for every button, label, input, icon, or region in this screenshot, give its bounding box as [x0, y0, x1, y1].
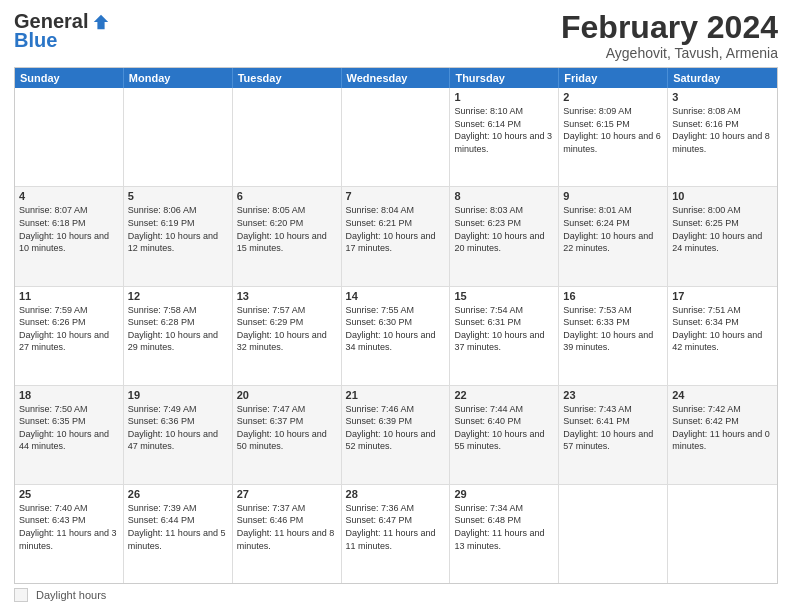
- day-number: 12: [128, 290, 228, 302]
- day-info: Sunrise: 7:39 AM Sunset: 6:44 PM Dayligh…: [128, 502, 228, 552]
- calendar-cell: [15, 88, 124, 186]
- day-info: Sunrise: 7:44 AM Sunset: 6:40 PM Dayligh…: [454, 403, 554, 453]
- logo-blue-text: Blue: [14, 29, 57, 52]
- calendar-header-cell: Tuesday: [233, 68, 342, 88]
- day-info: Sunrise: 7:54 AM Sunset: 6:31 PM Dayligh…: [454, 304, 554, 354]
- calendar-body: 1Sunrise: 8:10 AM Sunset: 6:14 PM Daylig…: [15, 88, 777, 583]
- day-number: 27: [237, 488, 337, 500]
- calendar-cell: 19Sunrise: 7:49 AM Sunset: 6:36 PM Dayli…: [124, 386, 233, 484]
- legend-box: [14, 588, 28, 602]
- day-info: Sunrise: 8:01 AM Sunset: 6:24 PM Dayligh…: [563, 204, 663, 254]
- calendar-cell: 14Sunrise: 7:55 AM Sunset: 6:30 PM Dayli…: [342, 287, 451, 385]
- calendar-row: 1Sunrise: 8:10 AM Sunset: 6:14 PM Daylig…: [15, 88, 777, 187]
- svg-marker-0: [94, 14, 108, 28]
- calendar-cell: 16Sunrise: 7:53 AM Sunset: 6:33 PM Dayli…: [559, 287, 668, 385]
- calendar-cell: [124, 88, 233, 186]
- calendar-header-cell: Wednesday: [342, 68, 451, 88]
- day-number: 18: [19, 389, 119, 401]
- calendar-cell: 25Sunrise: 7:40 AM Sunset: 6:43 PM Dayli…: [15, 485, 124, 583]
- day-number: 9: [563, 190, 663, 202]
- day-info: Sunrise: 7:51 AM Sunset: 6:34 PM Dayligh…: [672, 304, 773, 354]
- calendar-cell: 11Sunrise: 7:59 AM Sunset: 6:26 PM Dayli…: [15, 287, 124, 385]
- logo: General Blue: [14, 10, 110, 52]
- calendar-cell: 24Sunrise: 7:42 AM Sunset: 6:42 PM Dayli…: [668, 386, 777, 484]
- day-info: Sunrise: 8:08 AM Sunset: 6:16 PM Dayligh…: [672, 105, 773, 155]
- calendar-cell: [233, 88, 342, 186]
- day-info: Sunrise: 7:58 AM Sunset: 6:28 PM Dayligh…: [128, 304, 228, 354]
- calendar-row: 25Sunrise: 7:40 AM Sunset: 6:43 PM Dayli…: [15, 485, 777, 583]
- calendar-cell: 23Sunrise: 7:43 AM Sunset: 6:41 PM Dayli…: [559, 386, 668, 484]
- calendar-cell: 27Sunrise: 7:37 AM Sunset: 6:46 PM Dayli…: [233, 485, 342, 583]
- calendar-cell: 9Sunrise: 8:01 AM Sunset: 6:24 PM Daylig…: [559, 187, 668, 285]
- calendar-cell: [559, 485, 668, 583]
- calendar-cell: 6Sunrise: 8:05 AM Sunset: 6:20 PM Daylig…: [233, 187, 342, 285]
- calendar-cell: 12Sunrise: 7:58 AM Sunset: 6:28 PM Dayli…: [124, 287, 233, 385]
- calendar-cell: 13Sunrise: 7:57 AM Sunset: 6:29 PM Dayli…: [233, 287, 342, 385]
- calendar-cell: 10Sunrise: 8:00 AM Sunset: 6:25 PM Dayli…: [668, 187, 777, 285]
- day-number: 3: [672, 91, 773, 103]
- day-number: 8: [454, 190, 554, 202]
- day-info: Sunrise: 8:07 AM Sunset: 6:18 PM Dayligh…: [19, 204, 119, 254]
- day-info: Sunrise: 8:09 AM Sunset: 6:15 PM Dayligh…: [563, 105, 663, 155]
- day-info: Sunrise: 8:05 AM Sunset: 6:20 PM Dayligh…: [237, 204, 337, 254]
- day-info: Sunrise: 7:42 AM Sunset: 6:42 PM Dayligh…: [672, 403, 773, 453]
- calendar-row: 18Sunrise: 7:50 AM Sunset: 6:35 PM Dayli…: [15, 386, 777, 485]
- day-info: Sunrise: 7:59 AM Sunset: 6:26 PM Dayligh…: [19, 304, 119, 354]
- calendar-cell: 7Sunrise: 8:04 AM Sunset: 6:21 PM Daylig…: [342, 187, 451, 285]
- day-number: 26: [128, 488, 228, 500]
- day-number: 14: [346, 290, 446, 302]
- day-number: 17: [672, 290, 773, 302]
- day-number: 11: [19, 290, 119, 302]
- legend-text: Daylight hours: [36, 589, 106, 601]
- title-area: February 2024 Aygehovit, Tavush, Armenia: [561, 10, 778, 61]
- calendar: SundayMondayTuesdayWednesdayThursdayFrid…: [14, 67, 778, 584]
- calendar-cell: 2Sunrise: 8:09 AM Sunset: 6:15 PM Daylig…: [559, 88, 668, 186]
- day-number: 22: [454, 389, 554, 401]
- calendar-row: 11Sunrise: 7:59 AM Sunset: 6:26 PM Dayli…: [15, 287, 777, 386]
- day-number: 29: [454, 488, 554, 500]
- calendar-header-cell: Monday: [124, 68, 233, 88]
- month-title: February 2024: [561, 10, 778, 45]
- calendar-cell: 3Sunrise: 8:08 AM Sunset: 6:16 PM Daylig…: [668, 88, 777, 186]
- logo-icon: [92, 13, 110, 31]
- day-info: Sunrise: 7:50 AM Sunset: 6:35 PM Dayligh…: [19, 403, 119, 453]
- day-info: Sunrise: 7:36 AM Sunset: 6:47 PM Dayligh…: [346, 502, 446, 552]
- day-number: 19: [128, 389, 228, 401]
- calendar-cell: 22Sunrise: 7:44 AM Sunset: 6:40 PM Dayli…: [450, 386, 559, 484]
- calendar-cell: 8Sunrise: 8:03 AM Sunset: 6:23 PM Daylig…: [450, 187, 559, 285]
- location-subtitle: Aygehovit, Tavush, Armenia: [561, 45, 778, 61]
- calendar-cell: 4Sunrise: 8:07 AM Sunset: 6:18 PM Daylig…: [15, 187, 124, 285]
- day-number: 10: [672, 190, 773, 202]
- day-info: Sunrise: 7:57 AM Sunset: 6:29 PM Dayligh…: [237, 304, 337, 354]
- calendar-cell: 15Sunrise: 7:54 AM Sunset: 6:31 PM Dayli…: [450, 287, 559, 385]
- day-info: Sunrise: 7:34 AM Sunset: 6:48 PM Dayligh…: [454, 502, 554, 552]
- calendar-header-cell: Thursday: [450, 68, 559, 88]
- calendar-cell: [342, 88, 451, 186]
- day-info: Sunrise: 7:40 AM Sunset: 6:43 PM Dayligh…: [19, 502, 119, 552]
- day-number: 15: [454, 290, 554, 302]
- day-number: 16: [563, 290, 663, 302]
- day-number: 7: [346, 190, 446, 202]
- day-number: 21: [346, 389, 446, 401]
- calendar-cell: 5Sunrise: 8:06 AM Sunset: 6:19 PM Daylig…: [124, 187, 233, 285]
- calendar-cell: 20Sunrise: 7:47 AM Sunset: 6:37 PM Dayli…: [233, 386, 342, 484]
- calendar-cell: [668, 485, 777, 583]
- day-info: Sunrise: 8:06 AM Sunset: 6:19 PM Dayligh…: [128, 204, 228, 254]
- day-number: 6: [237, 190, 337, 202]
- calendar-header-cell: Saturday: [668, 68, 777, 88]
- day-number: 13: [237, 290, 337, 302]
- day-info: Sunrise: 7:53 AM Sunset: 6:33 PM Dayligh…: [563, 304, 663, 354]
- day-number: 5: [128, 190, 228, 202]
- day-number: 2: [563, 91, 663, 103]
- calendar-cell: 29Sunrise: 7:34 AM Sunset: 6:48 PM Dayli…: [450, 485, 559, 583]
- day-number: 25: [19, 488, 119, 500]
- calendar-cell: 28Sunrise: 7:36 AM Sunset: 6:47 PM Dayli…: [342, 485, 451, 583]
- day-number: 4: [19, 190, 119, 202]
- day-info: Sunrise: 7:43 AM Sunset: 6:41 PM Dayligh…: [563, 403, 663, 453]
- day-info: Sunrise: 8:03 AM Sunset: 6:23 PM Dayligh…: [454, 204, 554, 254]
- calendar-row: 4Sunrise: 8:07 AM Sunset: 6:18 PM Daylig…: [15, 187, 777, 286]
- calendar-header-cell: Friday: [559, 68, 668, 88]
- calendar-cell: 1Sunrise: 8:10 AM Sunset: 6:14 PM Daylig…: [450, 88, 559, 186]
- day-info: Sunrise: 8:00 AM Sunset: 6:25 PM Dayligh…: [672, 204, 773, 254]
- day-number: 1: [454, 91, 554, 103]
